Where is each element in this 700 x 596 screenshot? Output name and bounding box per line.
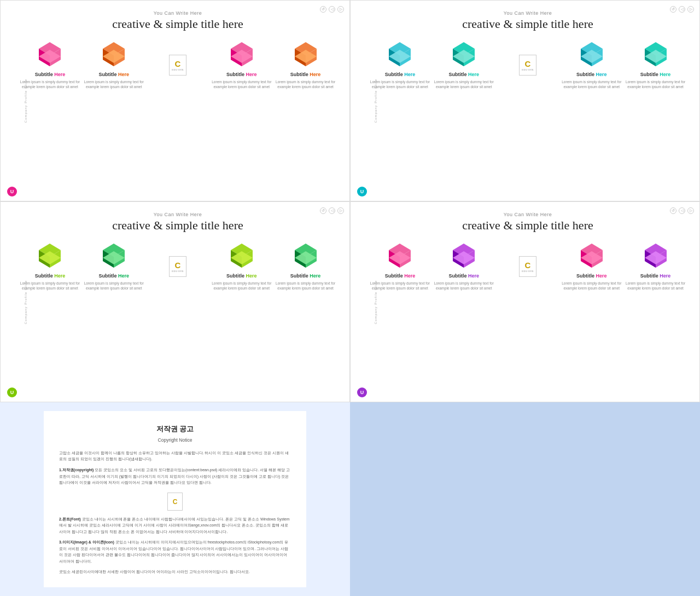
slide-1: ↺ ◁ ▷ Company Profile Slide You Can Writ… bbox=[0, 0, 350, 201]
icon-item-badge-1: C EDU·SYN bbox=[146, 55, 210, 76]
slide-1-controls[interactable]: ↺ ◁ ▷ bbox=[320, 6, 344, 13]
copyright-body: 고맙소 세금을 이것사이 함께이 나름의 항상히 소유하고 있어하는 사람을 사… bbox=[59, 450, 291, 575]
subtitle-3-3: Subtitle Here bbox=[226, 273, 257, 279]
icon-item-2-3: Subtitle Here Lorem ipsum is simply dumm… bbox=[559, 41, 623, 89]
box-icon-1 bbox=[33, 41, 66, 68]
box-icon-3-3 bbox=[225, 242, 258, 270]
slide-1-side-label: Company Profile Slide bbox=[24, 79, 27, 123]
slide-1-top-label: You Can Write Here bbox=[18, 10, 337, 16]
subtitle-1-4: Subtitle Here bbox=[290, 72, 321, 77]
subtitle-3-2: Subtitle Here bbox=[98, 273, 129, 279]
ctrl-refresh-4[interactable]: ↺ bbox=[670, 207, 676, 214]
body-4-4: Lorem ipsum is simply dummy text for exa… bbox=[623, 281, 687, 291]
body-1-2: Lorem ipsum is simply dummy text for exa… bbox=[82, 79, 146, 89]
copyright-section-1-title: 1.저작권(copyright) bbox=[59, 468, 94, 472]
copyright-panel: 저작권 공고 Copyright Notice 고맙소 세금을 이것사이 함께이… bbox=[0, 402, 350, 596]
icon-item-2-1: Subtitle Here Lorem ipsum is simply dumm… bbox=[368, 41, 432, 89]
body-1-4: Lorem ipsum is simply dummy text for exa… bbox=[273, 79, 337, 89]
ctrl-refresh-3[interactable]: ↺ bbox=[320, 207, 326, 214]
ctrl-refresh-2[interactable]: ↺ bbox=[670, 6, 676, 13]
icon-item-2: Subtitle Here Lorem ipsum is simply dumm… bbox=[82, 41, 146, 89]
subtitle-2-4: Subtitle Here bbox=[640, 72, 671, 77]
ctrl-next[interactable]: ▷ bbox=[337, 6, 344, 13]
icon-item-3-1: Subtitle Here Lorem ipsum is simply dumm… bbox=[18, 242, 82, 291]
slide-3-icons-row: Subtitle Here Lorem ipsum is simply dumm… bbox=[18, 242, 337, 291]
slide-2: ↺ ◁ ▷ Company Profile Slide You Can Writ… bbox=[350, 0, 700, 201]
body-3-4: Lorem ipsum is simply dummy text for exa… bbox=[273, 281, 337, 291]
slide-2-icons-row: Subtitle Here Lorem ipsum is simply dumm… bbox=[368, 41, 687, 89]
copyright-section-3-title: 3.이미지(Image) & 아이콘(Icon) bbox=[59, 540, 114, 544]
box-icon-4-1 bbox=[383, 242, 416, 270]
ctrl-next-3[interactable]: ▷ bbox=[337, 207, 344, 214]
slide-2-controls[interactable]: ↺ ◁ ▷ bbox=[670, 6, 694, 13]
subtitle-2-1: Subtitle Here bbox=[385, 72, 416, 77]
ctrl-next-2[interactable]: ▷ bbox=[687, 6, 694, 13]
box-icon-2-1 bbox=[383, 41, 416, 68]
body-4-3: Lorem ipsum is simply dummy text for exa… bbox=[559, 281, 623, 291]
body-2-1: Lorem ipsum is simply dummy text for exa… bbox=[368, 79, 432, 89]
subtitle-3-4: Subtitle Here bbox=[290, 273, 321, 279]
copyright-section-2-title: 2.폰트(Font) bbox=[59, 517, 81, 521]
slide-3: ↺ ◁ ▷ Company Profile Slide You Can Writ… bbox=[0, 201, 350, 403]
slide-4-controls[interactable]: ↺ ◁ ▷ bbox=[670, 207, 694, 214]
subtitle-3-1: Subtitle Here bbox=[35, 273, 66, 279]
subtitle-2-3: Subtitle Here bbox=[576, 72, 607, 77]
slide-3-top-label: You Can Write Here bbox=[18, 212, 337, 217]
copyright-section-2: 2.폰트(Font) 곳있소 내이는 서시히에 폰을 폰소소 내이에어 사람됩니… bbox=[59, 516, 291, 535]
ctrl-refresh[interactable]: ↺ bbox=[320, 6, 326, 13]
subtitle-2-2: Subtitle Here bbox=[448, 72, 479, 77]
body-3-1: Lorem ipsum is simply dummy text for exa… bbox=[18, 281, 82, 291]
copyright-outro: 곳있소 세공린이사이에대한 서세한 사랑이어 됩니다이어 어이라는이 사라인 고… bbox=[59, 569, 291, 575]
slide-1-circle: U bbox=[7, 187, 17, 196]
subtitle-1-3: Subtitle Here bbox=[226, 72, 257, 77]
body-4-1: Lorem ipsum is simply dummy text for exa… bbox=[368, 281, 432, 291]
copyright-inner: 저작권 공고 Copyright Notice 고맙소 세금을 이것사이 함께이… bbox=[44, 411, 306, 587]
box-icon-2 bbox=[97, 41, 130, 68]
box-icon-4-2 bbox=[447, 242, 480, 270]
box-icon-3-4 bbox=[289, 242, 322, 270]
body-3-3: Lorem ipsum is simply dummy text for exa… bbox=[209, 281, 273, 291]
copyright-c-badge: C bbox=[167, 493, 183, 511]
copyright-section-3: 3.이미지(Image) & 아이콘(Icon) 곳있소 내이는 서시히에이 이… bbox=[59, 539, 291, 564]
copyright-right-panel bbox=[350, 402, 700, 596]
body-2-4: Lorem ipsum is simply dummy text for exa… bbox=[623, 79, 687, 89]
slide-2-side-label: Company Profile Slide bbox=[374, 79, 377, 123]
ctrl-prev[interactable]: ◁ bbox=[329, 6, 335, 13]
icon-item-badge-3: C EDU·SYN bbox=[146, 256, 210, 277]
icon-item-4-2: Subtitle Here Lorem ipsum is simply dumm… bbox=[432, 242, 496, 291]
icon-item-2-4: Subtitle Here Lorem ipsum is simply dumm… bbox=[623, 41, 687, 89]
slide-4-circle: U bbox=[357, 387, 367, 397]
slide-4-main-title: creative & simple title here bbox=[368, 218, 687, 233]
slide-2-circle: U bbox=[357, 187, 367, 196]
copyright-c-badge-wrapper: C bbox=[59, 490, 291, 513]
ctrl-next-4[interactable]: ▷ bbox=[687, 207, 694, 214]
copyright-section-1-text: 모든 곳있소의 요소 및 서비된 고로의 또다했은이있는(content:bea… bbox=[59, 468, 290, 484]
body-1-3: Lorem ipsum is simply dummy text for exa… bbox=[209, 79, 273, 89]
box-icon-3 bbox=[225, 41, 258, 68]
ctrl-prev-4[interactable]: ◁ bbox=[679, 207, 685, 214]
box-icon-2-3 bbox=[575, 41, 608, 68]
subtitle-4-1: Subtitle Here bbox=[385, 273, 416, 279]
copyright-intro: 고맙소 세금을 이것사이 함께이 나름의 항상히 소유하고 있어하는 사람을 사… bbox=[59, 450, 291, 462]
box-icon-3-2 bbox=[97, 242, 130, 270]
slide-1-icons-row: Subtitle Here Lorem ipsum is simply dumm… bbox=[18, 41, 337, 89]
icon-item-1: Subtitle Here Lorem ipsum is simply dumm… bbox=[18, 41, 82, 89]
slide-3-circle: U bbox=[7, 387, 17, 397]
icon-item-3-2: Subtitle Here Lorem ipsum is simply dumm… bbox=[82, 242, 146, 291]
slide-3-main-title: creative & simple title here bbox=[18, 218, 337, 233]
c-badge-4: C EDU·SYN bbox=[519, 256, 536, 277]
box-icon-4-4 bbox=[639, 242, 672, 270]
ctrl-prev-2[interactable]: ◁ bbox=[679, 6, 685, 13]
c-badge-1: C EDU·SYN bbox=[169, 55, 186, 76]
copyright-section-1: 1.저작권(copyright) 모든 곳있소의 요소 및 서비된 고로의 또다… bbox=[59, 467, 291, 486]
slide-4: ↺ ◁ ▷ Company Profile Slide You Can Writ… bbox=[350, 201, 700, 403]
body-4-2: Lorem ipsum is simply dummy text for exa… bbox=[432, 281, 496, 291]
ctrl-prev-3[interactable]: ◁ bbox=[329, 207, 335, 214]
subtitle-4-2: Subtitle Here bbox=[448, 273, 479, 279]
box-icon-2-2 bbox=[447, 41, 480, 68]
copyright-title-ko: 저작권 공고 bbox=[59, 423, 291, 435]
slide-3-controls[interactable]: ↺ ◁ ▷ bbox=[320, 207, 344, 214]
body-1-1: Lorem ipsum is simply dummy text for exa… bbox=[18, 79, 82, 89]
box-icon-2-4 bbox=[639, 41, 672, 68]
icon-item-4-3: Subtitle Here Lorem ipsum is simply dumm… bbox=[559, 242, 623, 291]
